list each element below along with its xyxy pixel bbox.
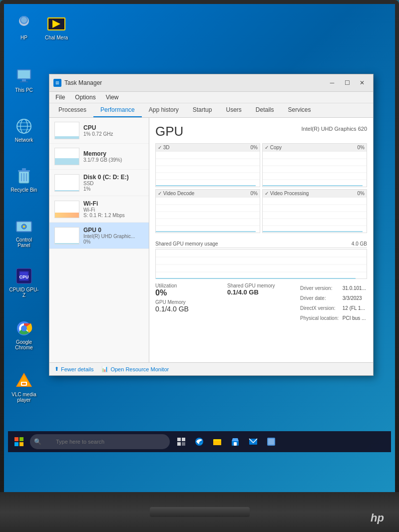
title-left: ⊞ Task Manager	[53, 79, 102, 87]
sidebar-item-gpu0[interactable]: GPU 0 Intel(R) UHD Graphic... 0%	[49, 223, 149, 249]
shared-gpu-chart-svg	[156, 250, 367, 279]
monitor-outer: HP Chal Mera	[0, 0, 399, 532]
gpu-chart-3d-header: ✓ 3D 0%	[156, 144, 260, 152]
utilization-group: Utilization 0% GPU Memory 0.1/4.0 GB	[155, 283, 223, 324]
chal-mera-icon	[46, 14, 66, 34]
svg-point-31	[21, 325, 27, 331]
task-view-button[interactable]	[174, 434, 189, 449]
taskbar-app-icon	[267, 437, 276, 446]
gpu-chart-copy-svg	[263, 152, 367, 187]
mail-icon	[249, 437, 258, 446]
svg-rect-7	[18, 70, 30, 78]
taskbar-app-button[interactable]	[264, 434, 279, 449]
gpu-chart-vd-label: ✓ Video Decode	[158, 191, 194, 196]
close-button[interactable]: ✕	[355, 77, 369, 88]
tab-processes[interactable]: Processes	[51, 103, 93, 117]
taskbar: 🔍	[8, 431, 391, 452]
tab-app-history[interactable]: App history	[142, 103, 186, 117]
memory-sidebar-text: Memory 3.1/7.9 GB (39%)	[83, 150, 144, 163]
fewer-details-icon: ⬆	[54, 366, 59, 372]
svg-rect-17	[22, 168, 26, 170]
fewer-details-button[interactable]: ⬆ Fewer details	[54, 366, 93, 372]
disk-name: Disk 0 (C: D: E:)	[83, 174, 144, 181]
task-manager-titlebar: ⊞ Task Manager ─ ☐ ✕	[49, 74, 373, 92]
tab-users[interactable]: Users	[219, 103, 248, 117]
desktop-icon-this-pc[interactable]: This PC	[9, 66, 39, 93]
menu-options[interactable]: Options	[72, 93, 98, 102]
cpuid-icon-label: CPUID GPU-Z	[9, 287, 39, 298]
wifi-name: Wi-Fi	[83, 200, 144, 207]
gpu-chart-video-processing: ✓ Video Processing 0%	[262, 189, 367, 233]
resource-monitor-label: Open Resource Monitor	[110, 366, 169, 372]
gpu-chart-vp-header: ✓ Video Processing 0%	[263, 190, 367, 198]
recycle-bin-icon-label: Recycle Bin	[9, 187, 39, 193]
utilization-label: Utilization	[155, 283, 223, 288]
svg-rect-55	[14, 437, 18, 441]
menu-file[interactable]: File	[52, 93, 68, 102]
hp-icon	[14, 14, 34, 34]
gpu-chart-copy-label: ✓ Copy	[265, 145, 282, 150]
sidebar-item-wifi[interactable]: Wi-Fi Wi-Fi S: 0.1 R: 1.2 Mbps	[49, 196, 149, 223]
sidebar-item-memory[interactable]: Memory 3.1/7.9 GB (39%)	[49, 144, 149, 170]
desktop-icon-control-panel[interactable]: Control Panel	[9, 216, 39, 248]
desktop-icon-network[interactable]: Network	[9, 116, 39, 143]
cpu-sidebar-text: CPU 1% 0.72 GHz	[83, 124, 144, 137]
sidebar-item-cpu[interactable]: CPU 1% 0.72 GHz	[49, 118, 149, 144]
sidebar-item-disk[interactable]: Disk 0 (C: D: E:) SSD 1%	[49, 170, 149, 196]
edge-button[interactable]	[192, 434, 207, 449]
desktop-icon-cpuid[interactable]: CPU CPUID GPU-Z	[9, 266, 39, 298]
task-manager-tabs: Processes Performance App history Startu…	[49, 103, 373, 118]
gpu-chart-3d-percent: 0%	[251, 145, 258, 150]
tab-services[interactable]: Services	[281, 103, 318, 117]
shared-gpu-stat-group: Shared GPU memory 0.1/4.0 GB	[227, 283, 295, 324]
mail-button[interactable]	[246, 434, 261, 449]
shared-gpu-label: Shared GPU memory usage	[155, 241, 218, 247]
gpu-chart-copy-header: ✓ Copy 0%	[263, 144, 367, 152]
vlc-icon	[14, 371, 34, 391]
task-manager-window: ⊞ Task Manager ─ ☐ ✕ File Options View P…	[49, 74, 374, 376]
gpu-chart-vp-label: ✓ Video Processing	[265, 191, 309, 196]
directx-row: DirectX version: 12 (FL 1...	[300, 304, 366, 313]
wifi-sidebar-text: Wi-Fi Wi-Fi S: 0.1 R: 1.2 Mbps	[83, 200, 144, 218]
tab-performance[interactable]: Performance	[93, 103, 142, 117]
search-input[interactable]	[45, 439, 165, 445]
maximize-button[interactable]: ☐	[340, 77, 354, 88]
svg-rect-8	[22, 79, 26, 81]
desktop-icon-vlc[interactable]: VLC mediaplayer	[9, 371, 39, 403]
memory-sub: 3.1/7.9 GB (39%)	[83, 157, 144, 163]
performance-sidebar: CPU 1% 0.72 GHz Memory 3.1/7.9 GB (39%)	[49, 118, 149, 362]
gpu-main-content: GPU Intel(R) UHD Graphics 620 ✓ 3D 0%	[149, 118, 373, 362]
desktop-icon-chal-mera[interactable]: Chal Mera	[41, 14, 71, 40]
gpu-memory-value: 0.1/4.0 GB	[155, 305, 223, 313]
physical-location-row: Physical location: PCI bus ...	[300, 314, 366, 323]
resource-monitor-icon: 📊	[101, 366, 108, 372]
gpu-charts-grid: ✓ 3D 0%	[155, 143, 367, 235]
explorer-button[interactable]	[210, 434, 225, 449]
gpu-chart-vp-svg	[263, 198, 367, 233]
desktop-icon-hp[interactable]: HP	[9, 14, 39, 40]
gpu-chart-vp-body	[263, 198, 367, 233]
control-panel-icon	[14, 216, 34, 236]
menu-view[interactable]: View	[103, 93, 122, 102]
tab-details[interactable]: Details	[249, 103, 281, 117]
gpu-memory-label: GPU Memory	[155, 299, 223, 305]
shared-gpu-header: Shared GPU memory usage 4.0 GB	[155, 240, 367, 248]
store-button[interactable]	[228, 434, 243, 449]
store-icon	[231, 437, 240, 446]
driver-version-row: Driver version: 31.0.101...	[300, 284, 366, 293]
window-controls: ─ ☐ ✕	[325, 77, 369, 88]
tab-startup[interactable]: Startup	[186, 103, 219, 117]
task-manager-body: CPU 1% 0.72 GHz Memory 3.1/7.9 GB (39%)	[49, 118, 373, 362]
gpu0-sub: 0%	[83, 239, 144, 245]
svg-rect-58	[19, 442, 23, 446]
open-resource-monitor-button[interactable]: 📊 Open Resource Monitor	[101, 366, 169, 372]
shared-gpu-stat-label: Shared GPU memory	[227, 283, 295, 288]
driver-version-value: 31.0.101...	[343, 284, 366, 293]
gpu-chart-copy: ✓ Copy 0%	[262, 143, 367, 187]
desktop-icon-chrome[interactable]: GoogleChrome	[9, 318, 39, 350]
gpu-title: GPU	[155, 124, 183, 139]
minimize-button[interactable]: ─	[325, 77, 339, 88]
start-button[interactable]	[10, 433, 28, 451]
taskbar-search-box[interactable]: 🔍	[30, 434, 170, 449]
desktop-icon-recycle-bin[interactable]: Recycle Bin	[9, 166, 39, 193]
